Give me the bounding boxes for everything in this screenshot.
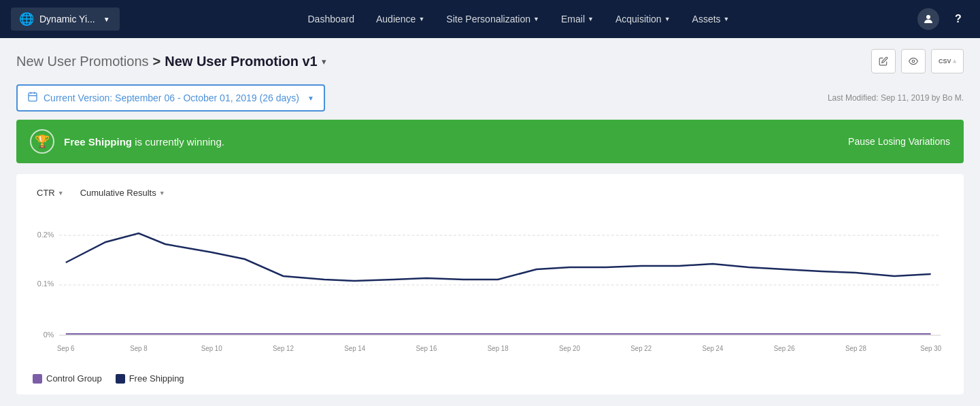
winner-message: Free Shipping is currently winning. <box>64 136 224 148</box>
svg-text:Sep 22: Sep 22 <box>630 345 652 352</box>
date-range-label: Current Version: September 06 - October … <box>44 92 299 103</box>
nav-actions: ? <box>917 8 969 30</box>
svg-text:Sep 10: Sep 10 <box>201 345 222 352</box>
svg-text:0%: 0% <box>44 331 54 339</box>
user-icon <box>922 13 934 25</box>
svg-text:Sep 14: Sep 14 <box>344 345 365 352</box>
page-title: New User Promotion v1 <box>165 54 318 69</box>
chart-legend: Control Group Free Shipping <box>33 371 947 384</box>
metric-caret-icon: ▼ <box>58 190 64 197</box>
svg-rect-3 <box>29 93 37 101</box>
acquisition-caret-icon: ▼ <box>664 16 671 22</box>
date-row: Current Version: September 06 - October … <box>16 84 964 112</box>
brand-name: Dynamic Yi... <box>39 14 95 24</box>
nav-site-personalization[interactable]: Site Personalization ▼ <box>446 11 539 27</box>
winner-banner: 🏆 Free Shipping is currently winning. Pa… <box>16 120 964 163</box>
csv-download-button[interactable]: CSV <box>931 49 964 73</box>
legend-control-group: Control Group <box>33 373 102 384</box>
pause-losing-variations-link[interactable]: Pause Losing Variations <box>848 136 950 147</box>
control-group-label: Control Group <box>46 373 102 384</box>
content-area: New User Promotions > New User Promotion… <box>0 38 980 394</box>
csv-label: CSV <box>939 58 951 65</box>
view-label: Cumulative Results <box>80 188 156 198</box>
navbar: 🌐 Dynamic Yi... ▼ Dashboard Audience ▼ S… <box>0 0 980 38</box>
svg-text:0.1%: 0.1% <box>37 280 54 288</box>
chart-controls: CTR ▼ Cumulative Results ▼ <box>33 185 947 201</box>
audience-caret-icon: ▼ <box>418 16 424 22</box>
metric-selector[interactable]: CTR ▼ <box>33 185 68 201</box>
date-range-selector[interactable]: Current Version: September 06 - October … <box>16 84 325 112</box>
nav-audience[interactable]: Audience ▼ <box>376 11 424 27</box>
brand-selector[interactable]: 🌐 Dynamic Yi... ▼ <box>11 7 120 31</box>
nav-dashboard[interactable]: Dashboard <box>308 11 355 27</box>
breadcrumb: New User Promotions > New User Promotion… <box>16 54 326 69</box>
download-icon <box>953 58 956 65</box>
chart-container: 0.2% 0.1% 0% Sep 6 Sep 8 Sep 10 Sep 12 S… <box>33 212 947 364</box>
calendar-icon <box>27 91 38 105</box>
view-selector[interactable]: Cumulative Results ▼ <box>76 185 169 201</box>
nav-acquisition[interactable]: Acquisition ▼ <box>615 11 671 27</box>
help-button[interactable]: ? <box>947 8 969 30</box>
trophy-icon: 🏆 <box>30 129 54 154</box>
title-actions: CSV <box>871 49 964 73</box>
breadcrumb-separator: > <box>153 54 161 69</box>
email-caret-icon: ▼ <box>588 16 594 22</box>
svg-text:Sep 20: Sep 20 <box>559 345 580 352</box>
control-group-swatch <box>33 374 42 384</box>
pencil-icon <box>879 56 888 66</box>
user-profile-button[interactable] <box>917 8 939 30</box>
svg-text:Sep 18: Sep 18 <box>488 345 509 352</box>
svg-text:Sep 24: Sep 24 <box>703 345 724 352</box>
free-shipping-label: Free Shipping <box>129 373 184 384</box>
svg-text:Sep 30: Sep 30 <box>920 345 941 352</box>
svg-text:Sep 12: Sep 12 <box>273 345 294 352</box>
eye-icon <box>909 56 918 66</box>
svg-point-1 <box>912 60 915 63</box>
nav-email[interactable]: Email ▼ <box>561 11 594 27</box>
chart-panel: CTR ▼ Cumulative Results ▼ 0.2% 0.1% 0% … <box>16 174 964 394</box>
winner-banner-left: 🏆 Free Shipping is currently winning. <box>30 129 224 154</box>
svg-text:0.2%: 0.2% <box>37 231 54 239</box>
breadcrumb-parent: New User Promotions <box>16 54 149 69</box>
view-caret-icon: ▼ <box>159 190 165 197</box>
line-chart: 0.2% 0.1% 0% Sep 6 Sep 8 Sep 10 Sep 12 S… <box>33 212 947 361</box>
date-dropdown-icon: ▼ <box>307 95 314 102</box>
legend-free-shipping: Free Shipping <box>116 373 184 384</box>
svg-point-0 <box>926 15 930 19</box>
winner-name: Free Shipping <box>64 136 132 148</box>
title-row: New User Promotions > New User Promotion… <box>16 49 964 73</box>
brand-chevron-icon: ▼ <box>103 16 110 23</box>
assets-caret-icon: ▼ <box>724 16 730 22</box>
svg-text:Sep 28: Sep 28 <box>845 345 866 352</box>
svg-text:Sep 26: Sep 26 <box>774 345 795 352</box>
title-caret-icon[interactable]: ▾ <box>322 56 326 67</box>
edit-button[interactable] <box>871 49 896 73</box>
nav-assets[interactable]: Assets ▼ <box>692 11 730 27</box>
svg-text:Sep 8: Sep 8 <box>130 345 148 352</box>
globe-icon: 🌐 <box>19 12 34 27</box>
svg-text:Sep 16: Sep 16 <box>416 345 437 352</box>
preview-button[interactable] <box>901 49 926 73</box>
last-modified-text: Last Modified: Sep 11, 2019 by Bo M. <box>828 93 964 103</box>
site-personalization-caret-icon: ▼ <box>533 16 539 22</box>
free-shipping-swatch <box>116 374 125 384</box>
svg-text:Sep 6: Sep 6 <box>57 345 75 352</box>
winner-message-suffix: is currently winning. <box>132 136 224 148</box>
metric-label: CTR <box>37 188 55 198</box>
nav-links: Dashboard Audience ▼ Site Personalizatio… <box>120 11 917 27</box>
